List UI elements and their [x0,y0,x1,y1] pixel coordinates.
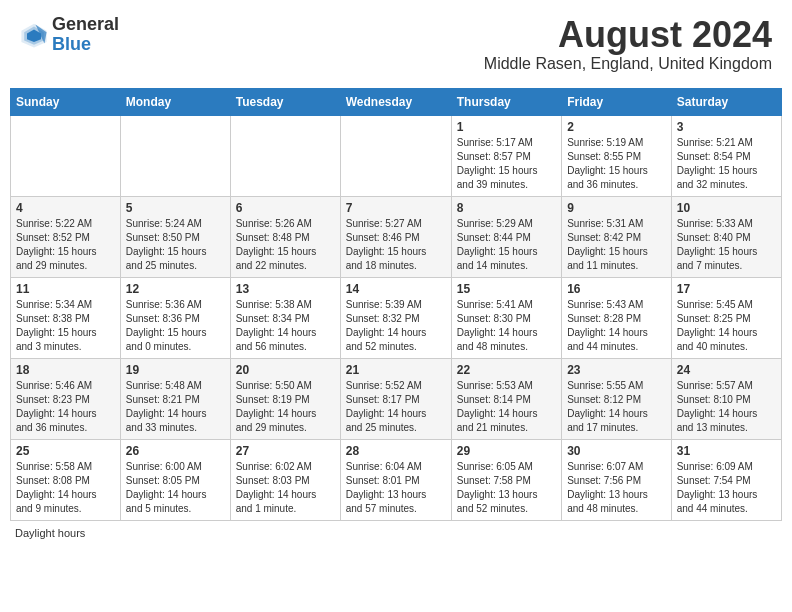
day-info: Sunrise: 5:46 AM Sunset: 8:23 PM Dayligh… [16,379,115,435]
calendar-cell [11,115,121,196]
calendar-header-row: SundayMondayTuesdayWednesdayThursdayFrid… [11,88,782,115]
day-number: 5 [126,201,225,215]
calendar-cell: 31Sunrise: 6:09 AM Sunset: 7:54 PM Dayli… [671,439,781,520]
day-info: Sunrise: 5:29 AM Sunset: 8:44 PM Dayligh… [457,217,556,273]
calendar-week-row: 18Sunrise: 5:46 AM Sunset: 8:23 PM Dayli… [11,358,782,439]
column-header-monday: Monday [120,88,230,115]
day-info: Sunrise: 6:05 AM Sunset: 7:58 PM Dayligh… [457,460,556,516]
logo-icon [20,21,48,49]
page-header: General Blue August 2024 Middle Rasen, E… [10,10,782,78]
day-number: 26 [126,444,225,458]
day-number: 3 [677,120,776,134]
day-number: 21 [346,363,446,377]
day-info: Sunrise: 5:55 AM Sunset: 8:12 PM Dayligh… [567,379,666,435]
logo-text: General Blue [52,15,119,55]
calendar-title: August 2024 [484,15,772,55]
day-number: 28 [346,444,446,458]
calendar-cell [120,115,230,196]
day-info: Sunrise: 5:21 AM Sunset: 8:54 PM Dayligh… [677,136,776,192]
day-info: Sunrise: 5:22 AM Sunset: 8:52 PM Dayligh… [16,217,115,273]
day-number: 24 [677,363,776,377]
day-number: 19 [126,363,225,377]
day-number: 11 [16,282,115,296]
calendar-week-row: 1Sunrise: 5:17 AM Sunset: 8:57 PM Daylig… [11,115,782,196]
day-number: 12 [126,282,225,296]
calendar-cell: 10Sunrise: 5:33 AM Sunset: 8:40 PM Dayli… [671,196,781,277]
day-number: 16 [567,282,666,296]
day-info: Sunrise: 5:26 AM Sunset: 8:48 PM Dayligh… [236,217,335,273]
day-number: 10 [677,201,776,215]
calendar-cell: 2Sunrise: 5:19 AM Sunset: 8:55 PM Daylig… [562,115,672,196]
calendar-cell: 12Sunrise: 5:36 AM Sunset: 8:36 PM Dayli… [120,277,230,358]
logo: General Blue [20,15,119,55]
day-info: Sunrise: 5:57 AM Sunset: 8:10 PM Dayligh… [677,379,776,435]
day-number: 7 [346,201,446,215]
day-info: Sunrise: 5:19 AM Sunset: 8:55 PM Dayligh… [567,136,666,192]
calendar-week-row: 25Sunrise: 5:58 AM Sunset: 8:08 PM Dayli… [11,439,782,520]
day-number: 6 [236,201,335,215]
calendar-cell: 19Sunrise: 5:48 AM Sunset: 8:21 PM Dayli… [120,358,230,439]
day-info: Sunrise: 5:27 AM Sunset: 8:46 PM Dayligh… [346,217,446,273]
day-number: 27 [236,444,335,458]
day-info: Sunrise: 5:36 AM Sunset: 8:36 PM Dayligh… [126,298,225,354]
calendar-table: SundayMondayTuesdayWednesdayThursdayFrid… [10,88,782,521]
calendar-cell: 7Sunrise: 5:27 AM Sunset: 8:46 PM Daylig… [340,196,451,277]
day-number: 8 [457,201,556,215]
calendar-cell: 16Sunrise: 5:43 AM Sunset: 8:28 PM Dayli… [562,277,672,358]
day-number: 30 [567,444,666,458]
title-block: August 2024 Middle Rasen, England, Unite… [484,15,772,73]
day-info: Sunrise: 5:53 AM Sunset: 8:14 PM Dayligh… [457,379,556,435]
day-info: Sunrise: 6:04 AM Sunset: 8:01 PM Dayligh… [346,460,446,516]
day-number: 25 [16,444,115,458]
calendar-cell: 14Sunrise: 5:39 AM Sunset: 8:32 PM Dayli… [340,277,451,358]
calendar-cell: 4Sunrise: 5:22 AM Sunset: 8:52 PM Daylig… [11,196,121,277]
day-number: 18 [16,363,115,377]
calendar-subtitle: Middle Rasen, England, United Kingdom [484,55,772,73]
calendar-cell: 26Sunrise: 6:00 AM Sunset: 8:05 PM Dayli… [120,439,230,520]
calendar-cell: 1Sunrise: 5:17 AM Sunset: 8:57 PM Daylig… [451,115,561,196]
calendar-cell: 8Sunrise: 5:29 AM Sunset: 8:44 PM Daylig… [451,196,561,277]
day-number: 9 [567,201,666,215]
day-number: 13 [236,282,335,296]
calendar-cell: 13Sunrise: 5:38 AM Sunset: 8:34 PM Dayli… [230,277,340,358]
day-info: Sunrise: 5:33 AM Sunset: 8:40 PM Dayligh… [677,217,776,273]
calendar-cell: 15Sunrise: 5:41 AM Sunset: 8:30 PM Dayli… [451,277,561,358]
day-info: Sunrise: 5:34 AM Sunset: 8:38 PM Dayligh… [16,298,115,354]
calendar-cell: 24Sunrise: 5:57 AM Sunset: 8:10 PM Dayli… [671,358,781,439]
calendar-cell: 6Sunrise: 5:26 AM Sunset: 8:48 PM Daylig… [230,196,340,277]
calendar-cell: 22Sunrise: 5:53 AM Sunset: 8:14 PM Dayli… [451,358,561,439]
calendar-cell: 17Sunrise: 5:45 AM Sunset: 8:25 PM Dayli… [671,277,781,358]
column-header-sunday: Sunday [11,88,121,115]
day-number: 2 [567,120,666,134]
day-number: 20 [236,363,335,377]
day-info: Sunrise: 5:43 AM Sunset: 8:28 PM Dayligh… [567,298,666,354]
day-info: Sunrise: 5:58 AM Sunset: 8:08 PM Dayligh… [16,460,115,516]
day-number: 17 [677,282,776,296]
day-number: 1 [457,120,556,134]
calendar-cell: 3Sunrise: 5:21 AM Sunset: 8:54 PM Daylig… [671,115,781,196]
calendar-cell: 30Sunrise: 6:07 AM Sunset: 7:56 PM Dayli… [562,439,672,520]
column-header-thursday: Thursday [451,88,561,115]
calendar-cell: 9Sunrise: 5:31 AM Sunset: 8:42 PM Daylig… [562,196,672,277]
footer: Daylight hours [10,527,782,539]
day-info: Sunrise: 5:39 AM Sunset: 8:32 PM Dayligh… [346,298,446,354]
day-info: Sunrise: 6:07 AM Sunset: 7:56 PM Dayligh… [567,460,666,516]
day-info: Sunrise: 5:48 AM Sunset: 8:21 PM Dayligh… [126,379,225,435]
calendar-cell: 28Sunrise: 6:04 AM Sunset: 8:01 PM Dayli… [340,439,451,520]
day-info: Sunrise: 5:50 AM Sunset: 8:19 PM Dayligh… [236,379,335,435]
calendar-cell: 29Sunrise: 6:05 AM Sunset: 7:58 PM Dayli… [451,439,561,520]
day-number: 23 [567,363,666,377]
day-info: Sunrise: 5:38 AM Sunset: 8:34 PM Dayligh… [236,298,335,354]
day-info: Sunrise: 6:09 AM Sunset: 7:54 PM Dayligh… [677,460,776,516]
calendar-cell: 25Sunrise: 5:58 AM Sunset: 8:08 PM Dayli… [11,439,121,520]
calendar-cell: 11Sunrise: 5:34 AM Sunset: 8:38 PM Dayli… [11,277,121,358]
column-header-tuesday: Tuesday [230,88,340,115]
column-header-wednesday: Wednesday [340,88,451,115]
daylight-label: Daylight hours [15,527,85,539]
calendar-cell: 21Sunrise: 5:52 AM Sunset: 8:17 PM Dayli… [340,358,451,439]
day-info: Sunrise: 5:45 AM Sunset: 8:25 PM Dayligh… [677,298,776,354]
day-info: Sunrise: 5:31 AM Sunset: 8:42 PM Dayligh… [567,217,666,273]
calendar-cell: 5Sunrise: 5:24 AM Sunset: 8:50 PM Daylig… [120,196,230,277]
day-number: 15 [457,282,556,296]
calendar-cell: 20Sunrise: 5:50 AM Sunset: 8:19 PM Dayli… [230,358,340,439]
